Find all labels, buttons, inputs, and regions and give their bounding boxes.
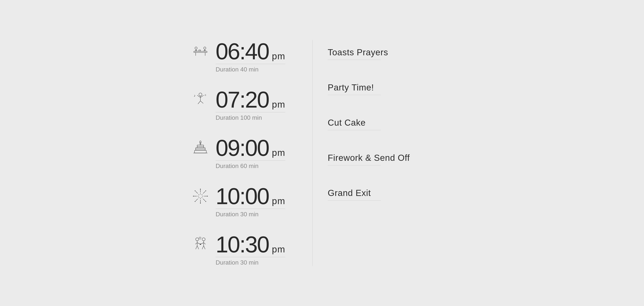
time-block-exit: 10:30 pm Duration 30 min [216,233,285,266]
event-name-toasts: Toasts Prayers [328,47,455,57]
cake-icon [189,136,212,159]
duration-exit: Duration 30 min [216,259,285,266]
event-name-firework: Firework & Send Off [328,153,455,163]
time-digits-cake: 09:00 [216,136,269,159]
duration-firework: Duration 30 min [216,211,285,218]
event-row-firework: 10:00 pm Duration 30 min [189,185,307,233]
svg-point-55 [202,238,205,241]
svg-line-65 [202,246,204,249]
time-display-party: 07:20 pm [216,88,285,111]
svg-line-16 [197,95,200,98]
right-column: Toasts Prayers Party Time! Cut Cake Fire… [318,40,455,266]
svg-point-47 [200,203,201,204]
right-divider-firework [328,165,381,165]
event-left-party: ♪ ♫ 07:20 pm Duration 100 min [189,88,307,121]
event-left-exit: 10:30 pm Duration 30 min [189,233,307,266]
svg-rect-0 [194,51,207,53]
time-digits-firework: 10:00 [216,185,269,208]
svg-line-66 [204,246,205,249]
time-block-toasts: 06:40 pm Duration 40 min [216,40,285,73]
time-ampm-firework: pm [272,196,285,206]
svg-line-44 [202,194,202,195]
svg-rect-26 [194,150,206,153]
event-left-toasts: 06:40 pm Duration 40 min [189,40,307,73]
svg-point-52 [205,190,206,191]
party-icon: ♪ ♫ [189,88,212,111]
firework-icon [189,185,212,208]
time-ampm-exit: pm [272,244,285,254]
duration-cake: Duration 60 min [216,162,285,170]
time-ampm-toasts: pm [272,51,285,61]
cake-svg [192,139,209,156]
svg-point-48 [193,196,194,196]
svg-point-53 [195,201,196,202]
svg-line-36 [203,191,205,193]
event-row-party: ♪ ♫ 07:20 pm Duration 100 min [189,88,307,136]
time-block-firework: 10:00 pm Duration 30 min [216,185,285,218]
event-row-toasts: 06:40 pm Duration 40 min [189,40,307,88]
exit-icon [189,233,212,256]
svg-point-51 [205,201,206,202]
svg-line-43 [202,197,202,198]
event-name-party: Party Time! [328,82,455,93]
svg-line-42 [198,194,199,195]
svg-text:♫: ♫ [204,94,206,96]
time-display-toasts: 06:40 pm [216,40,285,63]
svg-line-37 [196,199,198,201]
divider-cake [216,160,285,161]
svg-line-7 [204,50,205,51]
svg-line-57 [195,243,197,244]
divider-firework [216,209,285,209]
event-left-cake: 09:00 pm Duration 60 min [189,136,307,170]
duration-party: Duration 100 min [216,114,285,121]
svg-line-60 [204,243,206,244]
time-display-exit: 10:30 pm [216,233,285,256]
svg-point-14 [199,93,202,96]
svg-point-5 [204,47,206,49]
right-divider-party [328,95,381,95]
svg-line-34 [196,191,198,193]
svg-point-1 [195,47,197,49]
svg-line-11 [199,50,199,51]
time-block-cake: 09:00 pm Duration 60 min [216,136,285,170]
event-right-party: Party Time! [318,75,455,110]
time-digits-exit: 10:30 [216,233,269,256]
svg-point-49 [207,196,208,196]
left-column: 06:40 pm Duration 40 min [189,40,307,266]
svg-line-63 [196,246,197,249]
event-name-cake: Cut Cake [328,117,455,128]
svg-line-45 [198,197,199,198]
event-row-exit: 10:30 pm Duration 30 min [189,233,307,266]
svg-line-19 [200,101,203,103]
duration-toasts: Duration 40 min [216,66,285,73]
time-ampm-party: pm [272,99,285,110]
svg-point-62 [200,244,201,245]
svg-point-54 [196,238,199,241]
time-block-party: 07:20 pm Duration 100 min [216,88,285,121]
event-right-cake: Cut Cake [318,110,455,145]
event-right-firework: Firework & Send Off [318,145,455,181]
time-digits-party: 07:20 [216,88,269,111]
svg-line-64 [197,246,199,249]
exit-svg [192,236,209,253]
time-digits-toasts: 06:40 [216,40,269,63]
svg-line-18 [198,101,200,104]
timeline-center-line [307,40,318,266]
svg-line-8 [205,50,206,51]
svg-line-17 [200,95,204,98]
party-svg: ♪ ♫ [192,91,209,108]
timeline: 06:40 pm Duration 40 min [189,40,455,266]
time-display-cake: 09:00 pm [216,136,285,159]
event-left-firework: 10:00 pm Duration 30 min [189,185,307,218]
firework-svg [192,188,209,205]
divider-exit [216,257,285,257]
event-row-cake: 09:00 pm Duration 60 min [189,136,307,185]
event-name-exit: Grand Exit [328,188,455,198]
divider-toasts [216,64,285,64]
toasts-svg [192,43,209,60]
svg-point-46 [200,189,201,189]
toasts-icon [189,40,212,63]
divider-party [216,112,285,112]
svg-line-3 [195,50,196,51]
svg-line-4 [196,50,197,51]
